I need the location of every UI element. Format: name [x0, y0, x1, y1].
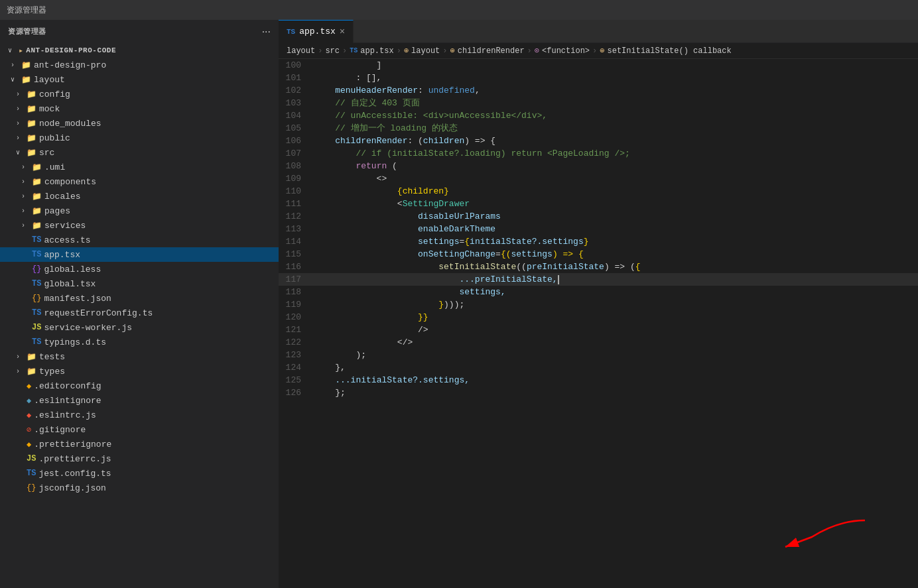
tab-bar: TS app.tsx ×	[279, 20, 918, 43]
tree-container: › 📁 ant-design-pro ∨ 📁 layout › 📁 config…	[0, 58, 279, 495]
code-line-115: 115 onSettingChange={(settings) => {	[279, 248, 918, 261]
dot-icon: ◆	[27, 410, 31, 420]
item-label: types	[39, 367, 273, 377]
line-content: enableDarkTheme	[312, 223, 918, 235]
line-content: };	[312, 386, 918, 399]
sidebar-item-jest.config.ts[interactable]: TS jest.config.ts	[0, 466, 279, 481]
bc-src: src	[325, 46, 340, 56]
json-icon: {}	[27, 483, 36, 493]
line-number: 112	[279, 210, 312, 223]
sidebar-item-.gitignore[interactable]: ⊘ .gitignore	[0, 422, 279, 437]
sidebar-item-service-worker.js[interactable]: JS service-worker.js	[0, 320, 279, 335]
line-number: 113	[279, 223, 312, 235]
tab-app-tsx[interactable]: TS app.tsx ×	[279, 20, 354, 43]
folder-icon: 📁	[27, 352, 36, 362]
line-number: 107	[279, 147, 312, 160]
sidebar-item-typings.d.ts[interactable]: TS typings.d.ts	[0, 335, 279, 349]
item-label: mock	[39, 104, 273, 114]
sidebar-tree[interactable]: ∨ ▸ ANT-DESIGN-PRO-CODE › 📁 ant-design-p…	[0, 43, 279, 588]
bc-ts-icon: TS	[350, 47, 358, 54]
sidebar-item-.editorconfig[interactable]: ◆ .editorconfig	[0, 379, 279, 393]
dot-icon: ◆	[27, 440, 31, 449]
code-line-121: 121 />	[279, 323, 918, 336]
sidebar-item-pages[interactable]: › 📁 pages	[0, 204, 279, 218]
sidebar-item-src[interactable]: ∨ 📁 src	[0, 145, 279, 160]
folder-icon: 📁	[27, 119, 36, 129]
sidebar-item-mock[interactable]: › 📁 mock	[0, 101, 279, 116]
line-number: 114	[279, 235, 312, 248]
line-content: ]	[312, 59, 918, 72]
code-editor[interactable]: 100 ]101 : [],102 menuHeaderRender: unde…	[279, 59, 918, 588]
breadcrumb: layout › src › TS app.tsx › ⊕ layout › ⊕…	[279, 43, 918, 59]
code-line-111: 111 <SettingDrawer	[279, 198, 918, 210]
ts-icon: TS	[32, 279, 41, 288]
sidebar-item-node_modules[interactable]: › 📁 node_modules	[0, 116, 279, 131]
sidebar-item-.umi[interactable]: › 📁 .umi	[0, 160, 279, 174]
code-line-123: 123 );	[279, 349, 918, 361]
folder-icon: ▸	[19, 46, 23, 56]
bc-layout2: layout	[411, 46, 440, 56]
sidebar-item-.eslintignore[interactable]: ◆ .eslintignore	[0, 393, 279, 408]
line-number: 125	[279, 374, 312, 386]
arrow-icon: ›	[21, 193, 32, 200]
sidebar-item-types[interactable]: › 📁 types	[0, 364, 279, 379]
sidebar-item-.prettierignore[interactable]: ◆ .prettierignore	[0, 437, 279, 451]
code-line-108: 108 return (	[279, 160, 918, 172]
line-content: }}	[312, 311, 918, 323]
sidebar-item-layout[interactable]: ∨ 📁 layout	[0, 72, 279, 87]
line-number: 119	[279, 298, 312, 311]
line-content: menuHeaderRender: undefined,	[312, 84, 918, 97]
sidebar-item-global.tsx[interactable]: TS global.tsx	[0, 276, 279, 291]
ts-icon: TS	[32, 235, 41, 245]
sidebar-item-.eslintrc.js[interactable]: ◆ .eslintrc.js	[0, 408, 279, 422]
folder-icon: 📁	[27, 367, 36, 377]
sidebar-item-locales[interactable]: › 📁 locales	[0, 189, 279, 204]
sidebar-item-ant-design-pro[interactable]: › 📁 ant-design-pro	[0, 58, 279, 72]
git-icon: ⊘	[27, 425, 31, 435]
sidebar-item-components[interactable]: › 📁 components	[0, 174, 279, 189]
code-line-106: 106 childrenRender: (children) => {	[279, 135, 918, 147]
sidebar-item-global.less[interactable]: {} global.less	[0, 262, 279, 276]
sidebar-item-access.ts[interactable]: TS access.ts	[0, 233, 279, 247]
sidebar-item-services[interactable]: › 📁 services	[0, 218, 279, 233]
sidebar-item-app.tsx[interactable]: TS app.tsx	[0, 247, 279, 262]
sidebar-item-requestErrorConfig.ts[interactable]: TS requestErrorConfig.ts	[0, 306, 279, 320]
sidebar-item-public[interactable]: › 📁 public	[0, 131, 279, 145]
bc-apptsx: app.tsx	[360, 46, 393, 56]
arrow-icon: ›	[21, 164, 32, 171]
line-number: 106	[279, 135, 312, 147]
root-label: ANT-DESIGN-PRO-CODE	[26, 46, 273, 54]
code-line-100: 100 ]	[279, 59, 918, 72]
code-line-101: 101 : [],	[279, 72, 918, 84]
item-label: .eslintignore	[34, 396, 273, 406]
line-number: 110	[279, 185, 312, 198]
sidebar-item-manifest.json[interactable]: {} manifest.json	[0, 291, 279, 306]
sidebar-item-jsconfig.json[interactable]: {} jsconfig.json	[0, 481, 279, 495]
code-line-113: 113 enableDarkTheme	[279, 223, 918, 235]
json-icon: {}	[32, 294, 41, 303]
code-line-125: 125 ...initialState?.settings,	[279, 374, 918, 386]
line-number: 115	[279, 248, 312, 261]
line-content: // unAccessible: <div>unAccessible</div>…	[312, 109, 918, 122]
item-label: global.tsx	[44, 279, 273, 289]
sidebar-title: 资源管理器	[8, 27, 46, 36]
line-number: 101	[279, 72, 312, 84]
line-number: 109	[279, 172, 312, 185]
folder-icon: 📁	[32, 206, 42, 216]
folder-icon: 📁	[27, 148, 36, 158]
sidebar-item-.prettierrc.js[interactable]: JS .prettierrc.js	[0, 451, 279, 466]
tab-icon: TS	[287, 28, 295, 36]
item-label: typings.d.ts	[44, 337, 273, 347]
item-label: .eslintrc.js	[34, 410, 273, 420]
tab-close-icon[interactable]: ×	[340, 27, 345, 36]
editor-area: TS app.tsx × layout › src › TS app.tsx ›…	[279, 20, 918, 588]
sidebar-root-item[interactable]: ∨ ▸ ANT-DESIGN-PRO-CODE	[0, 43, 279, 58]
sidebar-item-tests[interactable]: › 📁 tests	[0, 349, 279, 364]
sidebar-more-button[interactable]: ···	[262, 26, 271, 38]
title-bar-label: 资源管理器	[7, 5, 46, 16]
item-label: ant-design-pro	[34, 60, 273, 70]
code-line-104: 104 // unAccessible: <div>unAccessible</…	[279, 109, 918, 122]
line-content: <SettingDrawer	[312, 198, 918, 210]
sidebar-item-config[interactable]: › 📁 config	[0, 87, 279, 101]
folder-icon: 📁	[21, 75, 31, 85]
